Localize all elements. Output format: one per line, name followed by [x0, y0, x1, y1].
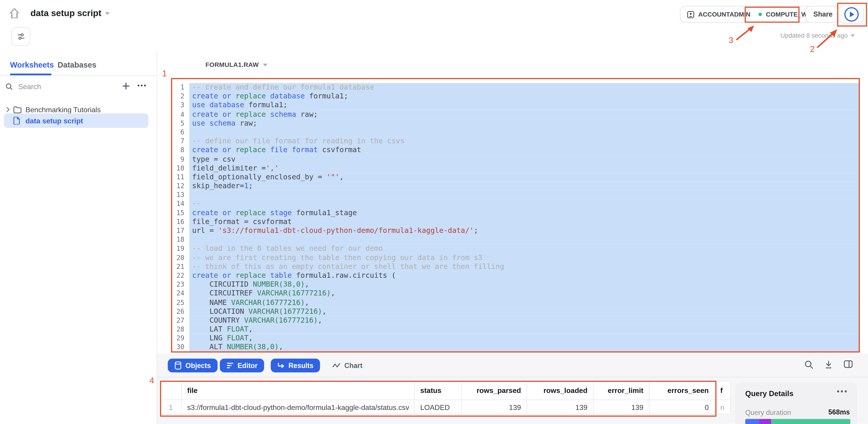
table-cell[interactable]: n: [715, 400, 729, 414]
table-row[interactable]: 1s3://formula1-dbt-cloud-python-demo/for…: [161, 400, 730, 414]
code-line[interactable]: 26 LOCATION VARCHAR(16777216),: [172, 307, 859, 316]
top-header: data setup script ACCOUNTADMIN COMPUTE_W…: [0, 0, 868, 52]
more-options-button[interactable]: [137, 84, 146, 87]
code-line[interactable]: 16file_format = csvformat: [172, 218, 859, 227]
code-line[interactable]: 23 CIRCUITID NUMBER(38,0),: [172, 280, 859, 289]
code-line[interactable]: 22create or replace table formula1.raw.c…: [172, 271, 859, 280]
home-icon[interactable]: [9, 7, 20, 19]
code-line[interactable]: 24 CIRCUITREF VARCHAR(16777216),: [172, 289, 859, 298]
column-header[interactable]: status: [415, 381, 462, 399]
code-line[interactable]: 12skip_header=1;: [172, 182, 859, 191]
search-input[interactable]: [17, 81, 102, 91]
code-line[interactable]: 8create or replace file format csvformat: [172, 146, 859, 155]
toggle-results-button[interactable]: Results: [271, 358, 320, 372]
code-line[interactable]: 13: [172, 191, 859, 199]
code-line[interactable]: 7-- define our file format for reading i…: [172, 137, 859, 146]
table-cell[interactable]: 139: [527, 400, 593, 414]
column-header[interactable]: rows_parsed: [462, 381, 527, 399]
code-line[interactable]: 9type = csv: [172, 155, 859, 164]
table-cell[interactable]: s3://formula1-dbt-cloud-python-demo/form…: [182, 400, 414, 414]
active-tab-underline: [10, 74, 52, 75]
table-cell[interactable]: 139: [593, 400, 649, 414]
code-line[interactable]: 6: [172, 128, 859, 137]
code-line[interactable]: 17url = 's3://formula1-dbt-cloud-python-…: [172, 226, 859, 235]
context-selector[interactable]: ACCOUNTADMIN COMPUTE_WH: [680, 6, 819, 23]
code-line[interactable]: 25 NAME VARCHAR(16777216),: [172, 298, 859, 307]
code-text: use schema raw;: [189, 119, 859, 128]
code-line[interactable]: 21-- think of this as an empty container…: [172, 262, 859, 271]
line-number: 7: [172, 137, 189, 146]
row-number-cell: 1: [161, 400, 182, 414]
search-results-button[interactable]: [804, 360, 813, 369]
code-line[interactable]: 11field_optionally_enclosed_by = '"',: [172, 172, 859, 182]
new-worksheet-button[interactable]: [122, 82, 130, 90]
table-cell[interactable]: 0: [650, 400, 715, 414]
chart-line-icon: [332, 363, 341, 369]
selected-worksheet-row[interactable]: data setup script: [4, 113, 148, 128]
code-line[interactable]: 29 LNG FLOAT,: [172, 334, 859, 343]
worksheet-settings-button[interactable]: [11, 27, 30, 46]
line-number: 28: [172, 325, 189, 334]
code-text: -- load in the 8 tables we need for our …: [189, 244, 859, 253]
code-text: LAT FLOAT,: [189, 325, 859, 334]
code-line[interactable]: 14--: [172, 199, 859, 208]
toggle-chart-button[interactable]: Chart: [332, 358, 362, 372]
code-text: -- think of this as an empty container o…: [189, 262, 859, 271]
code-line[interactable]: 5use schema raw;: [172, 119, 859, 128]
column-header[interactable]: rows_loaded: [527, 381, 593, 399]
column-header[interactable]: errors_seen: [650, 381, 715, 399]
line-number: 8: [172, 146, 189, 155]
tab-databases[interactable]: Databases: [58, 60, 96, 69]
download-icon: [825, 360, 833, 369]
code-text: [189, 128, 859, 137]
code-line[interactable]: 1-- create and define our formula1 datab…: [172, 83, 859, 92]
code-line[interactable]: 4create or replace schema raw;: [172, 110, 859, 119]
updated-status[interactable]: Updated 8 seconds ago: [780, 32, 855, 39]
line-number: 17: [172, 226, 189, 235]
code-line[interactable]: 19-- load in the 8 tables we need for ou…: [172, 244, 859, 253]
download-results-button[interactable]: [825, 360, 833, 369]
role-label: ACCOUNTADMIN: [698, 11, 750, 18]
sidebar-search-row: [0, 79, 157, 94]
column-header[interactable]: file: [182, 381, 414, 399]
code-line[interactable]: 20-- we are first creating the table the…: [172, 253, 859, 262]
line-number: 21: [172, 262, 189, 271]
user-badge-icon: [687, 11, 694, 18]
query-details-menu-button[interactable]: •••: [837, 387, 848, 396]
ellipsis-icon: [137, 84, 146, 87]
share-button[interactable]: Share: [806, 6, 840, 23]
code-line[interactable]: 28 LAT FLOAT,: [172, 325, 859, 334]
code-line[interactable]: 30 ALT NUMBER(38,0),: [172, 343, 859, 352]
table-cell[interactable]: LOADED: [415, 400, 462, 414]
code-line[interactable]: 3use database formula1;: [172, 101, 859, 110]
code-line[interactable]: 18: [172, 235, 859, 244]
sql-editor[interactable]: 1-- create and define our formula1 datab…: [171, 78, 860, 352]
line-number: 31: [172, 352, 189, 352]
toggle-objects-button[interactable]: Objects: [168, 358, 217, 372]
line-number: 19: [172, 244, 189, 253]
code-text: ALT NUMBER(38,0),: [189, 343, 859, 352]
tab-worksheets[interactable]: Worksheets: [10, 60, 54, 69]
table-cell[interactable]: 139: [462, 400, 527, 414]
code-line[interactable]: 10field_delimiter =',': [172, 164, 859, 173]
column-header[interactable]: error_limit: [593, 381, 649, 399]
view-toggle-row: Objects Editor Results Chart: [157, 354, 868, 377]
code-line[interactable]: 27 COUNTRY VARCHAR(16777216),: [172, 316, 859, 325]
code-line[interactable]: 31 URL VARCHAR(16777216),: [172, 352, 859, 352]
query-duration-label: Query duration: [745, 409, 791, 417]
toggle-editor-button[interactable]: Editor: [220, 358, 264, 372]
worksheet-title-menu[interactable]: data setup script: [30, 8, 110, 19]
plus-icon: [122, 82, 130, 90]
split-view-button[interactable]: [844, 360, 852, 369]
line-number: 16: [172, 218, 189, 227]
code-line[interactable]: 15create or replace stage formula1_stage: [172, 208, 859, 218]
line-number: 26: [172, 307, 189, 316]
run-button[interactable]: [839, 5, 864, 24]
folder-icon: [13, 106, 22, 113]
row-number-header: [161, 381, 182, 399]
code-line[interactable]: 2create or replace database formula1;: [172, 92, 859, 101]
column-header[interactable]: f: [715, 381, 729, 399]
schema-context-selector[interactable]: FORMULA1.RAW: [205, 61, 268, 68]
line-number: 18: [172, 235, 189, 244]
code-text: --: [189, 199, 859, 208]
